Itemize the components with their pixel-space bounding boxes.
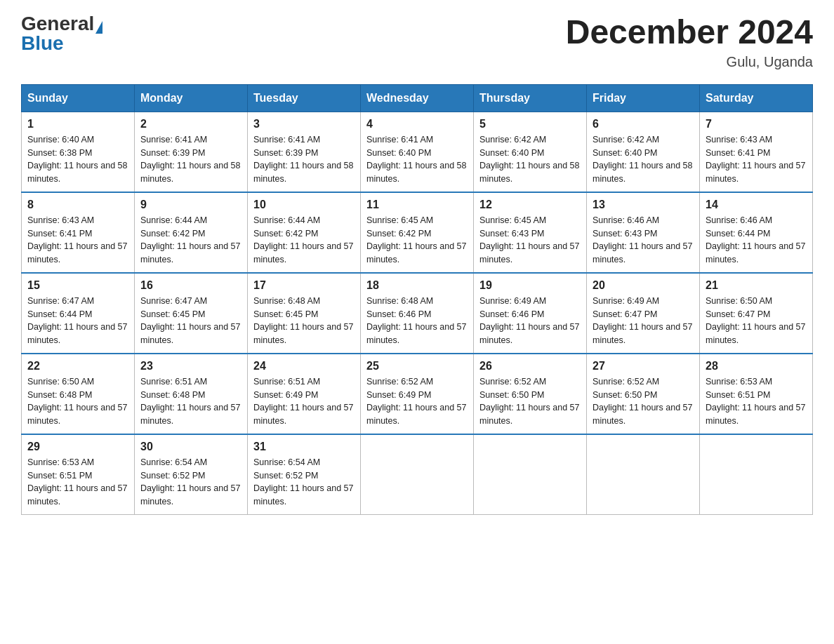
calendar-day-cell: 28Sunrise: 6:53 AMSunset: 6:51 PMDayligh… bbox=[700, 354, 813, 434]
day-number: 24 bbox=[253, 360, 355, 373]
calendar-day-cell: 17Sunrise: 6:48 AMSunset: 6:45 PMDayligh… bbox=[248, 273, 361, 354]
day-number: 21 bbox=[706, 279, 807, 292]
calendar-day-cell: 15Sunrise: 6:47 AMSunset: 6:44 PMDayligh… bbox=[22, 273, 135, 354]
day-info: Sunrise: 6:54 AMSunset: 6:52 PMDaylight:… bbox=[253, 456, 355, 509]
calendar-week-row: 8Sunrise: 6:43 AMSunset: 6:41 PMDaylight… bbox=[22, 192, 813, 273]
weekday-header-monday: Monday bbox=[135, 84, 248, 112]
day-number: 11 bbox=[366, 199, 468, 211]
calendar-day-cell: 26Sunrise: 6:52 AMSunset: 6:50 PMDayligh… bbox=[474, 354, 587, 434]
calendar-day-cell: 3Sunrise: 6:41 AMSunset: 6:39 PMDaylight… bbox=[248, 112, 361, 192]
calendar-week-row: 22Sunrise: 6:50 AMSunset: 6:48 PMDayligh… bbox=[22, 354, 813, 434]
calendar-day-cell: 1Sunrise: 6:40 AMSunset: 6:38 PMDaylight… bbox=[22, 112, 135, 192]
calendar-day-cell: 21Sunrise: 6:50 AMSunset: 6:47 PMDayligh… bbox=[700, 273, 813, 354]
day-number: 22 bbox=[27, 360, 128, 373]
logo-triangle-icon bbox=[95, 21, 102, 34]
day-number: 18 bbox=[366, 279, 468, 292]
day-info: Sunrise: 6:53 AMSunset: 6:51 PMDaylight:… bbox=[706, 375, 807, 428]
day-number: 25 bbox=[366, 360, 468, 373]
calendar-day-cell bbox=[700, 434, 813, 515]
calendar-day-cell: 11Sunrise: 6:45 AMSunset: 6:42 PMDayligh… bbox=[361, 192, 474, 273]
day-info: Sunrise: 6:50 AMSunset: 6:48 PMDaylight:… bbox=[27, 375, 128, 428]
calendar-week-row: 15Sunrise: 6:47 AMSunset: 6:44 PMDayligh… bbox=[22, 273, 813, 354]
day-info: Sunrise: 6:47 AMSunset: 6:44 PMDaylight:… bbox=[27, 295, 128, 347]
weekday-header-saturday: Saturday bbox=[700, 84, 813, 112]
calendar-day-cell: 5Sunrise: 6:42 AMSunset: 6:40 PMDaylight… bbox=[474, 112, 587, 192]
day-info: Sunrise: 6:46 AMSunset: 6:43 PMDaylight:… bbox=[593, 214, 694, 267]
day-number: 12 bbox=[479, 199, 581, 211]
day-number: 17 bbox=[253, 279, 355, 292]
logo: General Blue bbox=[21, 14, 102, 53]
day-info: Sunrise: 6:42 AMSunset: 6:40 PMDaylight:… bbox=[593, 133, 694, 186]
month-title: December 2024 bbox=[566, 14, 813, 51]
calendar-day-cell: 2Sunrise: 6:41 AMSunset: 6:39 PMDaylight… bbox=[135, 112, 248, 192]
calendar-day-cell bbox=[587, 434, 700, 515]
calendar-day-cell: 18Sunrise: 6:48 AMSunset: 6:46 PMDayligh… bbox=[361, 273, 474, 354]
calendar-day-cell: 7Sunrise: 6:43 AMSunset: 6:41 PMDaylight… bbox=[700, 112, 813, 192]
day-info: Sunrise: 6:44 AMSunset: 6:42 PMDaylight:… bbox=[253, 214, 355, 267]
day-info: Sunrise: 6:46 AMSunset: 6:44 PMDaylight:… bbox=[706, 214, 807, 267]
day-number: 16 bbox=[140, 279, 241, 292]
calendar-table: SundayMondayTuesdayWednesdayThursdayFrid… bbox=[21, 84, 813, 515]
day-number: 20 bbox=[593, 279, 694, 292]
day-info: Sunrise: 6:42 AMSunset: 6:40 PMDaylight:… bbox=[479, 133, 581, 186]
day-number: 1 bbox=[27, 118, 128, 130]
calendar-week-row: 1Sunrise: 6:40 AMSunset: 6:38 PMDaylight… bbox=[22, 112, 813, 192]
weekday-header-thursday: Thursday bbox=[474, 84, 587, 112]
day-info: Sunrise: 6:51 AMSunset: 6:49 PMDaylight:… bbox=[253, 375, 355, 428]
day-info: Sunrise: 6:41 AMSunset: 6:40 PMDaylight:… bbox=[366, 133, 468, 186]
calendar-day-cell: 29Sunrise: 6:53 AMSunset: 6:51 PMDayligh… bbox=[22, 434, 135, 515]
weekday-header-wednesday: Wednesday bbox=[361, 84, 474, 112]
calendar-day-cell: 4Sunrise: 6:41 AMSunset: 6:40 PMDaylight… bbox=[361, 112, 474, 192]
calendar-day-cell: 19Sunrise: 6:49 AMSunset: 6:46 PMDayligh… bbox=[474, 273, 587, 354]
day-number: 31 bbox=[253, 441, 355, 453]
calendar-day-cell: 16Sunrise: 6:47 AMSunset: 6:45 PMDayligh… bbox=[135, 273, 248, 354]
day-info: Sunrise: 6:45 AMSunset: 6:43 PMDaylight:… bbox=[479, 214, 581, 267]
calendar-day-cell: 25Sunrise: 6:52 AMSunset: 6:49 PMDayligh… bbox=[361, 354, 474, 434]
day-number: 3 bbox=[253, 118, 355, 130]
day-info: Sunrise: 6:51 AMSunset: 6:48 PMDaylight:… bbox=[140, 375, 241, 428]
day-number: 7 bbox=[706, 118, 807, 130]
calendar-day-cell bbox=[361, 434, 474, 515]
day-number: 5 bbox=[479, 118, 581, 130]
title-block: December 2024 Gulu, Uganda bbox=[566, 14, 813, 70]
calendar-day-cell: 23Sunrise: 6:51 AMSunset: 6:48 PMDayligh… bbox=[135, 354, 248, 434]
day-info: Sunrise: 6:45 AMSunset: 6:42 PMDaylight:… bbox=[366, 214, 468, 267]
calendar-day-cell: 10Sunrise: 6:44 AMSunset: 6:42 PMDayligh… bbox=[248, 192, 361, 273]
calendar-day-cell: 14Sunrise: 6:46 AMSunset: 6:44 PMDayligh… bbox=[700, 192, 813, 273]
calendar-day-cell: 6Sunrise: 6:42 AMSunset: 6:40 PMDaylight… bbox=[587, 112, 700, 192]
day-number: 4 bbox=[366, 118, 468, 130]
calendar-day-cell: 24Sunrise: 6:51 AMSunset: 6:49 PMDayligh… bbox=[248, 354, 361, 434]
day-number: 19 bbox=[479, 279, 581, 292]
logo-line1: General bbox=[21, 14, 102, 34]
page-header: General Blue December 2024 Gulu, Uganda bbox=[21, 14, 813, 70]
weekday-header-tuesday: Tuesday bbox=[248, 84, 361, 112]
day-number: 10 bbox=[253, 199, 355, 211]
calendar-day-cell: 9Sunrise: 6:44 AMSunset: 6:42 PMDaylight… bbox=[135, 192, 248, 273]
day-number: 2 bbox=[140, 118, 241, 130]
logo-general-text: General bbox=[21, 13, 94, 34]
day-number: 26 bbox=[479, 360, 581, 373]
day-info: Sunrise: 6:43 AMSunset: 6:41 PMDaylight:… bbox=[706, 133, 807, 186]
day-number: 6 bbox=[593, 118, 694, 130]
location-text: Gulu, Uganda bbox=[566, 54, 813, 70]
day-info: Sunrise: 6:52 AMSunset: 6:49 PMDaylight:… bbox=[366, 375, 468, 428]
day-info: Sunrise: 6:44 AMSunset: 6:42 PMDaylight:… bbox=[140, 214, 241, 267]
day-number: 23 bbox=[140, 360, 241, 373]
day-number: 8 bbox=[27, 199, 128, 211]
weekday-header-friday: Friday bbox=[587, 84, 700, 112]
day-info: Sunrise: 6:52 AMSunset: 6:50 PMDaylight:… bbox=[593, 375, 694, 428]
day-info: Sunrise: 6:43 AMSunset: 6:41 PMDaylight:… bbox=[27, 214, 128, 267]
day-number: 13 bbox=[593, 199, 694, 211]
calendar-day-cell: 22Sunrise: 6:50 AMSunset: 6:48 PMDayligh… bbox=[22, 354, 135, 434]
calendar-day-cell: 8Sunrise: 6:43 AMSunset: 6:41 PMDaylight… bbox=[22, 192, 135, 273]
day-info: Sunrise: 6:47 AMSunset: 6:45 PMDaylight:… bbox=[140, 295, 241, 347]
day-info: Sunrise: 6:48 AMSunset: 6:45 PMDaylight:… bbox=[253, 295, 355, 347]
day-info: Sunrise: 6:49 AMSunset: 6:46 PMDaylight:… bbox=[479, 295, 581, 347]
day-info: Sunrise: 6:49 AMSunset: 6:47 PMDaylight:… bbox=[593, 295, 694, 347]
calendar-week-row: 29Sunrise: 6:53 AMSunset: 6:51 PMDayligh… bbox=[22, 434, 813, 515]
day-number: 14 bbox=[706, 199, 807, 211]
day-number: 9 bbox=[140, 199, 241, 211]
calendar-day-cell: 27Sunrise: 6:52 AMSunset: 6:50 PMDayligh… bbox=[587, 354, 700, 434]
day-info: Sunrise: 6:52 AMSunset: 6:50 PMDaylight:… bbox=[479, 375, 581, 428]
calendar-day-cell: 31Sunrise: 6:54 AMSunset: 6:52 PMDayligh… bbox=[248, 434, 361, 515]
